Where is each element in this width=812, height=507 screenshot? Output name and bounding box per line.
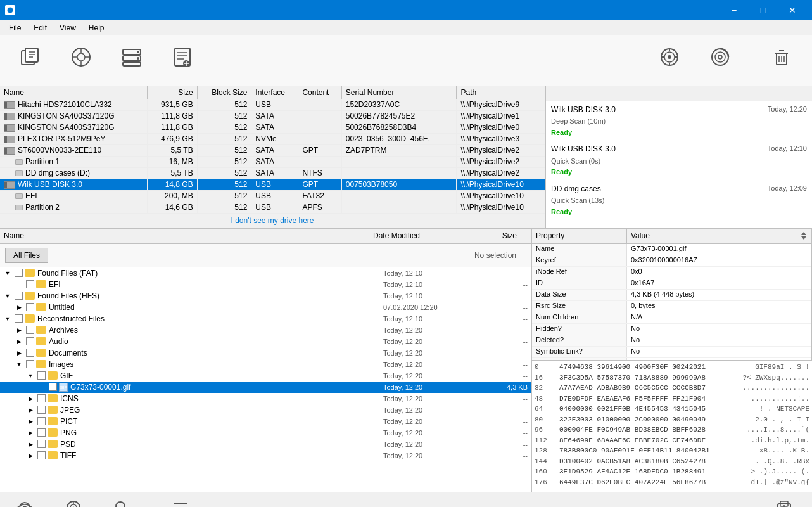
expand-btn[interactable]: ▼ bbox=[3, 314, 13, 324]
prop-col-value: Value bbox=[627, 229, 801, 243]
expand-btn[interactable]: ▼ bbox=[25, 371, 35, 381]
file-checkbox[interactable] bbox=[26, 349, 34, 357]
tree-row[interactable]: ▶ PNG Today, 12:20 -- bbox=[0, 427, 531, 439]
middle-area: Name Date Modified Size All Files No sel… bbox=[0, 229, 812, 492]
preview-button[interactable]: Preview bbox=[3, 497, 47, 508]
drive-row[interactable]: EFI 200, MB 512 USB FAT32 \\.\PhysicalDr… bbox=[0, 190, 545, 202]
menu-edit[interactable]: Edit bbox=[27, 21, 53, 35]
file-checkbox[interactable] bbox=[37, 394, 46, 402]
expand-btn[interactable]: ▶ bbox=[25, 428, 35, 438]
all-files-button[interactable]: All Files bbox=[5, 248, 48, 263]
tree-row[interactable]: ▶ PSD Today, 12:20 -- bbox=[0, 439, 531, 450]
menu-view[interactable]: View bbox=[53, 21, 82, 35]
view-drive-hex-button[interactable] bbox=[56, 38, 106, 84]
drive-row[interactable]: KINGSTON SA400S37120G 111,8 GB 512 SATA … bbox=[0, 110, 545, 122]
drive-row[interactable]: Wilk USB DISK 3.0 14,8 GB 512 USB GPT 00… bbox=[0, 179, 545, 190]
drive-row[interactable]: PLEXTOR PX-512M9PeY 476,9 GB 512 NVMe 00… bbox=[0, 133, 545, 144]
expand-btn[interactable]: ▶ bbox=[25, 439, 35, 449]
expand-btn[interactable]: ▶ bbox=[25, 451, 35, 461]
expand-btn[interactable]: ▼ bbox=[14, 359, 24, 369]
expand-btn[interactable]: ▶ bbox=[25, 405, 35, 415]
file-checkbox[interactable] bbox=[49, 383, 57, 391]
no-drive-text[interactable]: I don't see my drive here bbox=[0, 214, 545, 228]
drive-name: EFI bbox=[0, 190, 147, 202]
prop-name: Keyref bbox=[532, 255, 627, 266]
search-button[interactable]: Search bbox=[100, 497, 144, 508]
file-size: -- bbox=[474, 372, 531, 380]
hex-offset: 144 bbox=[535, 456, 557, 467]
expand-btn[interactable]: ▶ bbox=[14, 325, 24, 335]
file-checkbox[interactable] bbox=[26, 360, 34, 368]
hex-bytes: 783B800C0 90AF091E 0FF14B11 840042B1 bbox=[559, 446, 757, 456]
tree-row[interactable]: ▶ Audio Today, 12:20 -- bbox=[0, 336, 531, 347]
tree-row[interactable]: ▶ TIFF Today, 12:20 -- bbox=[0, 450, 531, 461]
menu-file[interactable]: File bbox=[3, 21, 27, 35]
file-checkbox[interactable] bbox=[37, 428, 46, 437]
drive-row[interactable]: Partition 2 14,6 GB 512 USB APFS \\.\Phy… bbox=[0, 202, 545, 213]
restore-button[interactable]: □ bbox=[749, 0, 778, 20]
view-by-extensions-button[interactable]: View by Extensions bbox=[146, 497, 215, 508]
file-checkbox[interactable] bbox=[37, 406, 46, 414]
prop-value: No bbox=[627, 335, 811, 346]
tree-row[interactable]: ▼ Reconstructed Files Today, 12:10 -- bbox=[0, 313, 531, 324]
tree-row[interactable]: ▶ PICT Today, 12:20 -- bbox=[0, 416, 531, 427]
drive-row[interactable]: Hitachi HDS721010CLA332 931,5 GB 512 USB… bbox=[0, 99, 545, 110]
property-row: Num Children N/A bbox=[532, 312, 811, 324]
deep-scan-button[interactable] bbox=[695, 38, 745, 84]
expand-btn[interactable]: ▶ bbox=[14, 348, 24, 358]
set-drive-parameters-button[interactable] bbox=[157, 38, 208, 84]
add-virtual-raid-button[interactable] bbox=[106, 38, 157, 84]
expand-btn[interactable]: ▶ bbox=[14, 337, 24, 347]
folder-icon bbox=[25, 314, 35, 323]
tree-row[interactable]: EFI Today, 12:10 -- bbox=[0, 279, 531, 290]
drive-row[interactable]: Partition 1 16, MB 512 SATA \\.\Physical… bbox=[0, 156, 545, 167]
drive-row[interactable]: ST6000VN0033-2EE110 5,5 TB 512 SATA GPT … bbox=[0, 144, 545, 156]
file-checkbox[interactable] bbox=[26, 280, 34, 288]
file-checkbox[interactable] bbox=[37, 440, 46, 448]
file-checkbox[interactable] bbox=[15, 269, 23, 277]
expand-btn[interactable]: ▼ bbox=[3, 268, 13, 278]
minimize-button[interactable]: − bbox=[720, 0, 749, 20]
view-file-hex-button[interactable]: View File Hex bbox=[48, 497, 99, 508]
no-drive-row[interactable]: I don't see my drive here bbox=[0, 214, 545, 228]
tree-row[interactable]: ▼ Images Today, 12:20 -- bbox=[0, 359, 531, 370]
file-checkbox[interactable] bbox=[37, 451, 46, 459]
drive-interface: SATA bbox=[251, 167, 298, 179]
file-checkbox[interactable] bbox=[37, 417, 46, 425]
tree-row[interactable]: ▶ JPEG Today, 12:20 -- bbox=[0, 404, 531, 416]
file-checkbox[interactable] bbox=[26, 337, 34, 345]
drive-row[interactable]: KINGSTON SA400S37120G 111,8 GB 512 SATA … bbox=[0, 122, 545, 133]
file-checkbox[interactable] bbox=[37, 371, 46, 380]
recover-button[interactable]: Recover bbox=[759, 496, 809, 508]
file-checkbox[interactable] bbox=[15, 314, 23, 323]
svg-point-33 bbox=[718, 55, 722, 59]
file-checkbox[interactable] bbox=[26, 303, 34, 311]
clone-button[interactable] bbox=[5, 38, 56, 84]
tree-row[interactable]: ▼ Found Files (HFS) Today, 12:10 -- bbox=[0, 290, 531, 302]
drive-row[interactable]: DD dmg cases (D:) 5,5 TB 512 SATA NTFS \… bbox=[0, 167, 545, 179]
tree-row[interactable]: ▼ Found Files (FAT) Today, 12:10 -- bbox=[0, 267, 531, 279]
drive-serial: 0023_0356_300D_456E. bbox=[341, 133, 457, 144]
hex-offset: 80 bbox=[535, 414, 557, 425]
quick-scan-button[interactable] bbox=[644, 38, 695, 84]
tree-row[interactable]: ▼ GIF Today, 12:20 -- bbox=[0, 370, 531, 382]
menu-help[interactable]: Help bbox=[82, 21, 111, 35]
file-name-cell: ▼ GIF bbox=[0, 371, 379, 381]
drive-block: 512 bbox=[197, 133, 251, 144]
tree-row[interactable]: ▶ Documents Today, 12:20 -- bbox=[0, 347, 531, 359]
expand-btn[interactable]: ▶ bbox=[25, 394, 35, 404]
file-checkbox[interactable] bbox=[26, 326, 34, 334]
expand-btn[interactable]: ▼ bbox=[3, 291, 13, 301]
close-button[interactable]: ✕ bbox=[778, 0, 807, 20]
expand-btn[interactable]: ▶ bbox=[14, 302, 24, 312]
tree-row[interactable]: ▶ Archives Today, 12:20 -- bbox=[0, 324, 531, 336]
file-tree[interactable]: ▼ Found Files (FAT) Today, 12:10 -- EFI … bbox=[0, 267, 531, 492]
tree-row[interactable]: GIF G73x73-00001.gif Today, 12:20 4,3 KB bbox=[0, 382, 531, 393]
expand-btn[interactable]: ▶ bbox=[25, 416, 35, 427]
file-checkbox[interactable] bbox=[15, 292, 23, 300]
delete-button[interactable] bbox=[756, 38, 807, 84]
tree-row[interactable]: ▶ ICNS Today, 12:20 -- bbox=[0, 393, 531, 404]
drive-name: KINGSTON SA400S37120G bbox=[0, 122, 147, 133]
tree-row[interactable]: ▶ Untitled 07.02.2020 12:20 -- bbox=[0, 302, 531, 313]
file-size: -- bbox=[474, 440, 531, 448]
